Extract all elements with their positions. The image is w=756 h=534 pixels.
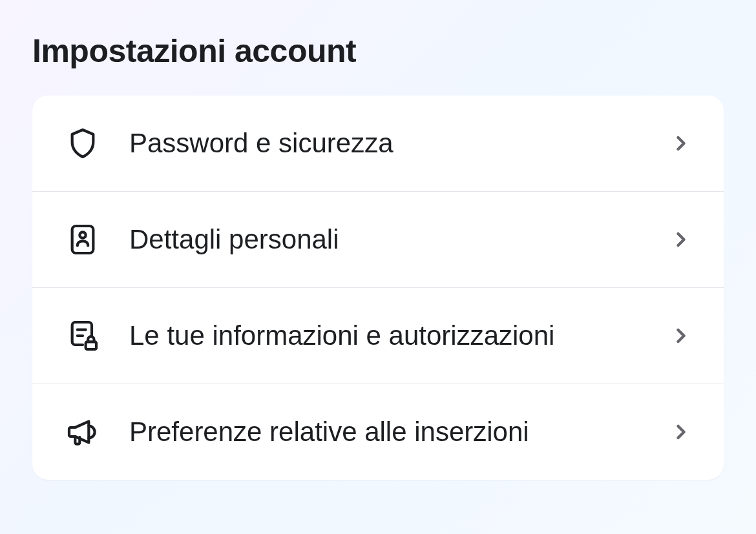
megaphone-icon [63, 413, 102, 451]
chevron-right-icon [669, 324, 693, 347]
settings-item-label: Password e sicurezza [129, 126, 669, 161]
document-lock-icon [63, 316, 102, 355]
shield-icon [63, 124, 102, 163]
svg-rect-0 [72, 226, 94, 253]
settings-item-password-security[interactable]: Password e sicurezza [32, 96, 724, 192]
settings-item-info-permissions[interactable]: Le tue informazioni e autorizzazioni [32, 288, 724, 384]
settings-card: Password e sicurezza Dettagli personali [32, 96, 724, 480]
svg-point-1 [79, 232, 85, 238]
settings-item-ad-preferences[interactable]: Preferenze relative alle inserzioni [32, 384, 724, 480]
settings-item-label: Preferenze relative alle inserzioni [129, 415, 669, 450]
chevron-right-icon [669, 132, 693, 155]
settings-item-label: Dettagli personali [129, 222, 669, 258]
chevron-right-icon [669, 228, 693, 251]
settings-item-label: Le tue informazioni e autorizzazioni [129, 318, 669, 354]
chevron-right-icon [669, 420, 693, 444]
id-card-icon [63, 220, 102, 259]
settings-item-personal-details[interactable]: Dettagli personali [32, 192, 724, 288]
page-title: Impostazioni account [32, 32, 724, 70]
